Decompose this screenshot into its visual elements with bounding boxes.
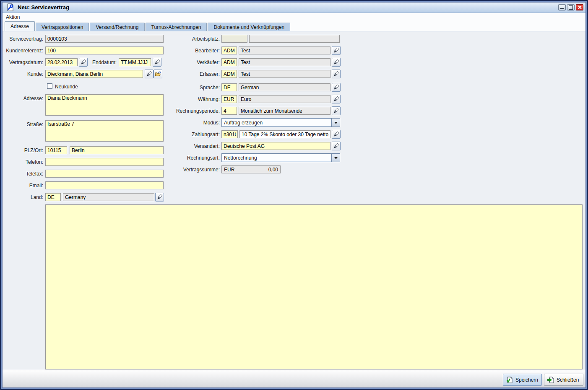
telefax-input[interactable] xyxy=(45,170,164,178)
plz-ort-label: PLZ/Ort: xyxy=(2,147,43,153)
restore-button[interactable] xyxy=(567,4,575,10)
erfasser-code-input[interactable] xyxy=(221,70,237,78)
wrench-document-icon xyxy=(6,3,14,11)
close-icon xyxy=(578,5,582,9)
land-label: Land: xyxy=(2,194,43,200)
waehrung-lookup-button[interactable] xyxy=(332,95,341,103)
vertragsdatum-input[interactable] xyxy=(45,58,78,66)
notes-textarea[interactable] xyxy=(45,204,583,369)
vertragsdatum-label: Vertragsdatum: xyxy=(2,59,43,65)
sprache-name-input[interactable] xyxy=(239,83,330,91)
tab-adresse[interactable]: Adresse xyxy=(5,21,35,31)
vertragssumme-currency: EUR xyxy=(224,167,234,173)
tab-strip: Adresse Vertragspositionen Versand/Rechn… xyxy=(2,21,586,31)
versandart-lookup-button[interactable] xyxy=(332,142,341,150)
land-lookup-button[interactable] xyxy=(155,193,164,201)
telefon-label: Telefon: xyxy=(2,159,43,165)
pen-icon xyxy=(146,71,152,77)
pen-icon xyxy=(80,59,86,65)
bearbeiter-code-input[interactable] xyxy=(221,46,237,54)
erfasser-label: Erfasser: xyxy=(168,71,220,77)
ort-input[interactable] xyxy=(70,146,164,154)
zahlungsart-code-input[interactable] xyxy=(221,130,238,138)
pen-icon xyxy=(333,59,339,65)
kundenreferenz-input[interactable] xyxy=(45,46,164,54)
minimize-icon xyxy=(560,8,564,9)
kunde-lookup-button[interactable] xyxy=(145,70,154,78)
arbeitsplatz-code-input[interactable] xyxy=(221,35,247,43)
chevron-down-icon[interactable] xyxy=(331,154,340,162)
pen-icon xyxy=(333,71,339,77)
tab-versand-rechnung[interactable]: Versand/Rechnung xyxy=(90,23,144,31)
verkaeufer-name-input[interactable] xyxy=(239,58,330,66)
save-button-label: Speichern xyxy=(515,377,538,383)
verkaeufer-code-input[interactable] xyxy=(221,58,237,66)
telefon-input[interactable] xyxy=(45,158,164,166)
chevron-down-icon[interactable] xyxy=(331,119,340,127)
zahlungsart-lookup-button[interactable] xyxy=(332,130,341,139)
rechnungsperiode-code-input[interactable] xyxy=(221,107,237,115)
enddatum-lookup-button[interactable] xyxy=(153,58,161,67)
verkaeufer-lookup-button[interactable] xyxy=(332,58,341,67)
adresse-textarea[interactable]: Diana Dieckmann xyxy=(45,94,164,116)
menu-aktion[interactable]: Aktion xyxy=(2,13,23,21)
sprache-code-input[interactable] xyxy=(221,83,237,91)
email-input[interactable] xyxy=(45,181,164,189)
plz-input[interactable] xyxy=(45,146,67,154)
window-title: Neu: Servicevertrag xyxy=(18,4,69,10)
sprache-label: Sprache: xyxy=(168,85,220,90)
rechnungsart-select[interactable]: Nettorechnung xyxy=(221,153,340,162)
menu-bar: Aktion xyxy=(2,13,586,22)
pen-icon xyxy=(154,59,160,65)
waehrung-code-input[interactable] xyxy=(221,95,237,103)
tab-turnus-abrechnungen[interactable]: Turnus-Abrechnungen xyxy=(146,23,207,31)
waehrung-label: Währung: xyxy=(168,96,220,102)
bearbeiter-label: Bearbeiter: xyxy=(168,48,220,54)
close-window-button-label: Schließen xyxy=(557,377,579,383)
neukunde-checkbox[interactable] xyxy=(47,83,52,89)
vertragssumme-amount: 0,00 xyxy=(268,167,278,173)
title-bar: Neu: Servicevertrag xyxy=(2,2,586,13)
strasse-textarea[interactable]: Isarstraße 7 xyxy=(45,120,164,142)
document-arrow-icon xyxy=(547,377,554,383)
waehrung-name-input[interactable] xyxy=(239,95,330,103)
open-folder-icon xyxy=(155,71,161,77)
vertragssumme-field: EUR 0,00 xyxy=(221,165,281,173)
land-code-input[interactable] xyxy=(45,193,61,201)
zahlungsart-name-input[interactable] xyxy=(239,130,330,138)
tab-dokumente-verknuepfungen[interactable]: Dokumente und Verknüpfungen xyxy=(208,23,290,31)
kunde-label: Kunde: xyxy=(2,71,43,77)
land-name-input[interactable] xyxy=(63,193,154,201)
pen-icon xyxy=(333,96,339,102)
versandart-input[interactable] xyxy=(221,142,330,150)
enddatum-label: Enddatum: xyxy=(86,59,117,65)
tab-vertragspositionen[interactable]: Vertragspositionen xyxy=(36,23,89,31)
pen-icon xyxy=(156,194,163,200)
rechnungsperiode-name-input[interactable] xyxy=(239,107,330,115)
bearbeiter-name-input[interactable] xyxy=(239,46,330,54)
application-window: Neu: Servicevertrag Aktion Adresse Vertr… xyxy=(0,0,588,390)
kunde-open-button[interactable] xyxy=(154,70,162,78)
telefax-label: Telefax: xyxy=(2,171,43,177)
pen-icon xyxy=(333,47,339,54)
arbeitsplatz-name-input[interactable] xyxy=(249,35,340,43)
close-window-button[interactable]: Schließen xyxy=(544,374,583,386)
sprache-lookup-button[interactable] xyxy=(332,83,341,92)
footer-bar: Speichern Schließen xyxy=(2,370,586,388)
erfasser-name-input[interactable] xyxy=(239,70,330,78)
modus-select[interactable]: Auftrag erzeugen xyxy=(221,118,340,127)
verkaeufer-label: Verkäufer: xyxy=(168,59,220,65)
save-button[interactable]: Speichern xyxy=(503,374,542,386)
neukunde-label: Neukunde xyxy=(55,84,88,90)
servicevertrag-input[interactable] xyxy=(45,35,164,43)
rechnungsperiode-lookup-button[interactable] xyxy=(332,106,341,115)
kundenreferenz-label: Kundenreferenz: xyxy=(2,48,43,54)
minimize-button[interactable] xyxy=(558,4,566,10)
kunde-input[interactable] xyxy=(45,70,143,78)
bearbeiter-lookup-button[interactable] xyxy=(332,46,341,55)
erfasser-lookup-button[interactable] xyxy=(332,70,341,78)
zahlungsart-label: Zahlungsart: xyxy=(168,132,220,137)
close-button[interactable] xyxy=(576,4,583,10)
enddatum-input[interactable] xyxy=(119,58,151,66)
document-check-icon xyxy=(506,377,513,383)
